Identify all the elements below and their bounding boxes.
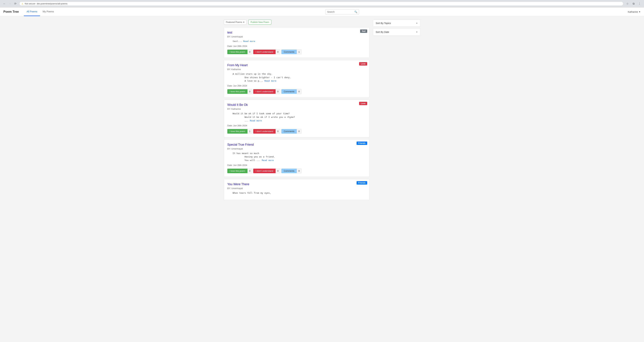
poem-excerpt: Would it be ok if I took some of your ti… [227, 112, 366, 122]
confuse-action-group: I don't understand 0 [253, 129, 280, 134]
love-button[interactable]: I love this poem [227, 129, 248, 134]
poem-excerpt: When tears fell from my eyes, [227, 191, 366, 195]
sort-date-label: Sort By Date [376, 31, 389, 33]
poem-author: BY: Katharine [227, 108, 366, 110]
read-more-link[interactable]: Read more [264, 80, 276, 82]
love-button[interactable]: I love this poem [227, 169, 248, 173]
tab-all-poems[interactable]: All Poems [24, 7, 40, 16]
poem-actions: I love this poem 1 I don't understand 0 … [227, 129, 366, 134]
confuse-button[interactable]: I don't understand [253, 50, 276, 54]
reload-button[interactable]: ⟳ [13, 1, 18, 6]
menu-button[interactable]: ⋮ [637, 1, 642, 6]
confuse-action-group: I don't understand 0 [253, 89, 280, 94]
nav-buttons: ← → ⟳ [2, 1, 18, 6]
poem-author: BY: UmerInayat [227, 35, 366, 38]
comment-action-group: Comments 0 [281, 168, 302, 173]
poem-date: Date: Jun 26th 2024 [227, 164, 366, 166]
poem-excerpt: A million stars up in the sky. One shine… [227, 72, 366, 83]
search-input[interactable] [327, 10, 353, 13]
poems-column: Featured Poems ▾ Publish New Poem Sad te… [224, 20, 370, 202]
poem-excerpt: It has meant so much Having you as a fri… [227, 152, 366, 162]
confuse-button[interactable]: I don't understand [253, 169, 276, 173]
love-button[interactable]: I love this poem [227, 50, 248, 54]
poem-author: BY: UmerInayat [227, 147, 366, 150]
confuse-button[interactable]: I don't understand [253, 89, 276, 94]
nav-tabs: All Poems My Poems [24, 7, 56, 16]
sort-topics-label: Sort By Topics [376, 22, 391, 24]
read-more-link[interactable]: Read more [250, 119, 262, 122]
love-action-group: I love this poem 0 [227, 49, 252, 54]
poem-tag: Love [359, 102, 367, 105]
comment-count: 0 [297, 168, 302, 173]
featured-poems-dropdown[interactable]: Featured Poems ▾ [224, 20, 246, 24]
poem-title[interactable]: Special True Friend [227, 143, 366, 146]
sort-date-card: Sort By Date ▾ [373, 28, 420, 35]
love-count: 0 [248, 89, 252, 94]
user-menu[interactable]: Katharine ▼ [628, 10, 640, 13]
love-count: 0 [248, 49, 252, 54]
address-bar[interactable]: ⚠ Not secure dev.poemtree/poems/all-poem… [19, 1, 623, 6]
security-icon: ⚠ [22, 2, 24, 5]
sort-topics-dropdown[interactable]: Sort By Topics ▾ [373, 20, 420, 26]
love-count: 1 [248, 129, 252, 134]
poem-title[interactable]: test [227, 31, 366, 34]
featured-label: Featured Poems [226, 21, 242, 23]
poem-card: Friends Special True Friend BY: UmerInay… [224, 139, 370, 177]
comment-action-group: Comments 0 [281, 89, 302, 94]
confuse-button[interactable]: I don't understand [253, 129, 276, 134]
poem-tag: Love [359, 62, 367, 65]
poem-excerpt: test... Read more [227, 40, 366, 43]
browser-chrome: ← → ⟳ ⚠ Not secure dev.poemtree/poems/al… [0, 0, 644, 7]
poem-date: Date: Jun 26th 2024 [227, 45, 366, 47]
bookmark-button[interactable]: ☆ [625, 1, 630, 6]
poem-date: Date: Jun 26th 2024 [227, 124, 366, 127]
publish-new-poem-button[interactable]: Publish New Poem [248, 20, 271, 24]
love-button[interactable]: I love this poem [227, 89, 248, 94]
confuse-action-group: I don't understand 0 [253, 168, 280, 173]
confuse-action-group: I don't understand 0 [253, 49, 280, 54]
comment-button[interactable]: Comments [281, 50, 297, 54]
search-bar[interactable]: 🔍 [325, 9, 359, 14]
comment-button[interactable]: Comments [281, 169, 297, 173]
poem-title[interactable]: From My Heart [227, 63, 366, 67]
poem-title[interactable]: You Were There [227, 183, 366, 186]
love-action-group: I love this poem 1 [227, 129, 252, 134]
tab-my-poems[interactable]: My Poems [40, 7, 56, 16]
poem-actions: I love this poem 0 I don't understand 0 … [227, 49, 366, 54]
back-button[interactable]: ← [2, 1, 7, 6]
url-text: dev.poemtree/poems/all-poems [37, 2, 68, 5]
extensions-button[interactable]: ⧉ [631, 1, 636, 6]
love-action-group: I love this poem 0 [227, 168, 252, 173]
sort-topics-card: Sort By Topics ▾ [373, 20, 420, 27]
read-more-link[interactable]: Read more [243, 40, 255, 42]
poem-title[interactable]: Would It Be Ok [227, 103, 366, 107]
confuse-count: 0 [276, 168, 280, 173]
app-header: Poem Tree All Poems My Poems 🔍 Katharine… [0, 7, 644, 16]
featured-chevron-icon: ▾ [243, 21, 244, 23]
poem-tag: Friends [356, 142, 367, 145]
sort-date-chevron-icon: ▾ [416, 31, 417, 33]
confuse-count: 0 [276, 49, 280, 54]
comment-action-group: Comments 1 [281, 49, 302, 54]
browser-actions: ☆ ⧉ ⋮ [625, 1, 642, 6]
app-logo: Poem Tree [4, 10, 19, 13]
love-action-group: I love this poem 0 [227, 89, 252, 94]
sort-topics-chevron-icon: ▾ [416, 22, 417, 24]
address-text: Not secure [25, 2, 36, 5]
comment-button[interactable]: Comments [281, 129, 297, 134]
poem-date: Date: Jun 26th 2024 [227, 84, 366, 87]
forward-button[interactable]: → [8, 1, 12, 6]
confuse-count: 0 [276, 89, 280, 94]
poem-actions: I love this poem 0 I don't understand 0 … [227, 168, 366, 173]
comment-button[interactable]: Comments [281, 89, 297, 94]
poem-author: BY: UmerInayat [227, 187, 366, 190]
comment-count: 1 [297, 49, 302, 54]
sort-date-dropdown[interactable]: Sort By Date ▾ [373, 29, 420, 35]
love-count: 0 [248, 168, 252, 173]
poem-list: Sad test BY: UmerInayat test... Read mor… [224, 27, 370, 200]
main-content: Featured Poems ▾ Publish New Poem Sad te… [220, 16, 424, 206]
poem-card: Love From My Heart BY: Katharine A milli… [224, 60, 370, 97]
comment-count: 0 [297, 129, 302, 134]
read-more-link[interactable]: Read more [262, 159, 274, 162]
poem-tag: Friends [356, 181, 367, 185]
